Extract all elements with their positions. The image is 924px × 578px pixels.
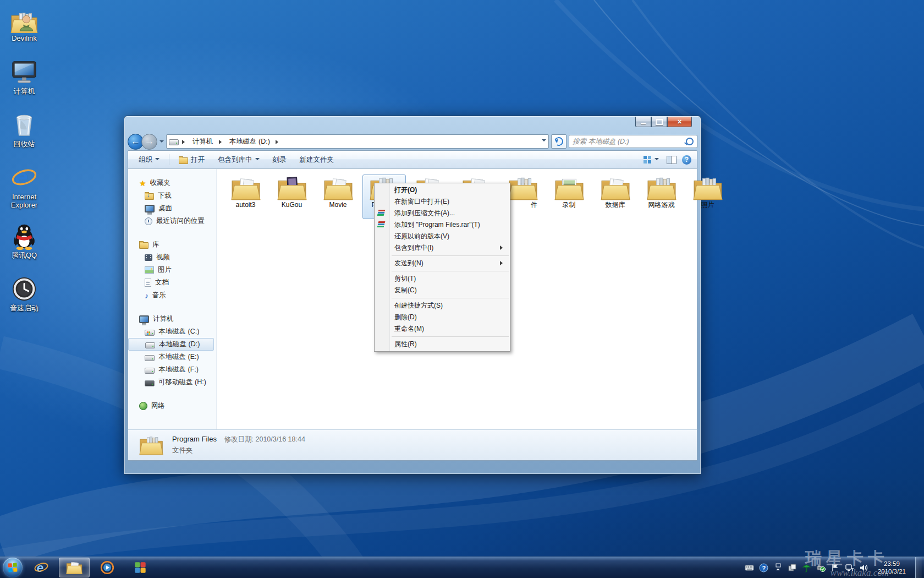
internet-explorer-icon: e (10, 164, 38, 192)
help-icon[interactable]: ? (759, 563, 768, 572)
sidebar-item-libraries[interactable]: 库 (128, 238, 216, 251)
network-icon (139, 402, 147, 410)
address-history-dropdown[interactable] (542, 139, 546, 144)
sidebar-label: 网络 (151, 401, 165, 411)
window-titlebar[interactable]: × (128, 116, 697, 133)
documents-icon (145, 279, 151, 287)
sidebar-label: 视频 (156, 253, 170, 262)
folder-label: 照片 (688, 201, 728, 209)
app-windows-icon[interactable] (788, 563, 797, 572)
sidebar-item-downloads[interactable]: 下载 (128, 189, 216, 202)
forward-button[interactable]: → (141, 134, 157, 150)
volume-icon[interactable] (859, 563, 868, 572)
menu-item-copy[interactable]: 复制(C) (375, 285, 510, 296)
start-button[interactable] (3, 558, 23, 577)
preview-pane-icon[interactable] (667, 156, 676, 164)
taskbar-item-internet-explorer[interactable]: e (26, 558, 57, 577)
sidebar-item-computer[interactable]: 计算机 (128, 313, 216, 325)
maximize-button[interactable] (651, 117, 667, 127)
menu-item-include-in-library[interactable]: 包含到库中(I) (375, 242, 510, 254)
taskbar-item-launcher-app[interactable] (125, 558, 156, 577)
usb-safely-remove-icon[interactable] (816, 563, 826, 572)
sidebar-item-removable-disk-h[interactable]: 可移动磁盘 (H:) (128, 376, 216, 389)
close-button[interactable]: × (667, 117, 692, 127)
sidebar-item-documents[interactable]: 文档 (128, 276, 216, 289)
menu-item-properties[interactable]: 属性(R) (375, 339, 510, 350)
minimize-button[interactable] (635, 117, 651, 127)
sidebar-item-favorites[interactable]: 收藏夹 (128, 177, 216, 189)
rising-umbrella-icon[interactable] (802, 563, 811, 572)
folder-item-shujuku[interactable]: 数据库 (593, 175, 637, 219)
folder-label: 网络游戏 (641, 201, 681, 209)
folder-item-zhaopian[interactable]: 照片 (686, 175, 729, 219)
taskbar-item-media-player[interactable] (92, 558, 123, 577)
desktop-icon-devilink[interactable]: Devilink (0, 6, 48, 42)
desktop-icon-vstart[interactable]: 音速启动 (0, 275, 48, 312)
selected-folder-icon (139, 435, 163, 456)
include-in-library-button[interactable]: 包含到库中 (213, 153, 265, 167)
internet-explorer-icon: e (34, 560, 49, 575)
computer-icon (139, 315, 149, 323)
menu-item-create-shortcut[interactable]: 创建快捷方式(S) (375, 300, 510, 312)
breadcrumb-item-local-disk-d[interactable]: 本地磁盘 (D:) (227, 136, 272, 148)
winrar-icon (378, 221, 386, 228)
menu-item-add-to-rar[interactable]: 添加到 "Program Files.rar"(T) (375, 219, 510, 231)
change-view-button[interactable] (641, 154, 661, 166)
close-icon: × (677, 118, 681, 126)
hidden-icons-chevron[interactable] (773, 563, 783, 572)
refresh-button[interactable] (551, 134, 566, 149)
taskbar-clock[interactable]: 23:59 2010/3/21 (873, 560, 910, 575)
sidebar-item-local-disk-c[interactable]: 本地磁盘 (C:) (128, 325, 216, 338)
sidebar-item-pictures[interactable]: 图片 (128, 264, 216, 276)
menu-item-send-to[interactable]: 发送到(N) (375, 258, 510, 269)
input-keyboard-icon[interactable] (745, 563, 754, 572)
folder-item-autoit3[interactable]: autoit3 (224, 175, 267, 219)
sidebar-item-desktop[interactable]: 桌面 (128, 202, 216, 215)
desktop-icon-internet-explorer[interactable]: e Internet Explorer (0, 164, 48, 209)
open-label: 打开 (191, 155, 205, 165)
search-icon (686, 138, 694, 145)
help-icon[interactable] (682, 155, 691, 165)
sidebar-item-network[interactable]: 网络 (128, 400, 216, 412)
action-center-flag-icon[interactable] (831, 563, 840, 572)
sidebar-label: 收藏夹 (150, 178, 171, 188)
breadcrumb-item-computer[interactable]: 计算机 (190, 136, 216, 148)
sidebar-item-local-disk-e[interactable]: 本地磁盘 (E:) (128, 351, 216, 363)
menu-item-cut[interactable]: 剪切(T) (375, 273, 510, 285)
menu-item-open[interactable]: 打开(O) (375, 184, 510, 196)
folder-item-movie[interactable]: Movie (316, 175, 360, 219)
search-input[interactable]: 搜索 本地磁盘 (D:) (569, 135, 697, 148)
folder-item-kugou[interactable]: KuGou (270, 175, 314, 219)
breadcrumb-separator (219, 140, 224, 144)
sidebar-label: 文档 (155, 278, 169, 287)
vstart-clock-icon (10, 275, 38, 303)
sidebar-item-videos[interactable]: 视频 (128, 251, 216, 264)
folder-item-wangluoyouxi[interactable]: 网络游戏 (640, 175, 683, 219)
sidebar-item-local-disk-f[interactable]: 本地磁盘 (F:) (128, 363, 216, 376)
sidebar-item-recent-places[interactable]: 最近访问的位置 (128, 215, 216, 227)
folder-item-luzhi[interactable]: 录制 (547, 175, 591, 219)
organize-button[interactable]: 组织 (134, 153, 164, 167)
sidebar-item-local-disk-d[interactable]: 本地磁盘 (D:) (128, 338, 214, 351)
desktop-icon-qq[interactable]: 腾讯QQ (0, 222, 48, 259)
desktop-icon-recycle-bin[interactable]: 回收站 (0, 111, 48, 148)
desktop-icon-computer[interactable]: 计算机 (0, 58, 48, 95)
menu-item-add-to-archive[interactable]: 添加到压缩文件(A)... (375, 208, 510, 219)
new-folder-button[interactable]: 新建文件夹 (295, 153, 339, 167)
menu-item-rename[interactable]: 重命名(M) (375, 323, 510, 335)
taskbar-item-windows-explorer[interactable] (59, 558, 90, 577)
open-button[interactable]: 打开 (174, 153, 210, 167)
show-desktop-button[interactable] (915, 557, 922, 578)
details-type: 文件夹 (172, 446, 305, 455)
folder-icon (647, 176, 676, 200)
network-icon[interactable] (845, 563, 854, 572)
menu-item-delete[interactable]: 删除(D) (375, 312, 510, 323)
recent-pages-dropdown[interactable] (160, 140, 164, 145)
menu-item-open-new-window[interactable]: 在新窗口中打开(E) (375, 196, 510, 208)
sidebar-item-music[interactable]: 音乐 (128, 289, 216, 302)
recycle-bin-icon (10, 111, 38, 139)
desktop-icon (145, 205, 155, 212)
menu-item-restore-previous[interactable]: 还原以前的版本(V) (375, 231, 510, 242)
burn-button[interactable]: 刻录 (268, 153, 292, 167)
pictures-icon (145, 266, 154, 274)
